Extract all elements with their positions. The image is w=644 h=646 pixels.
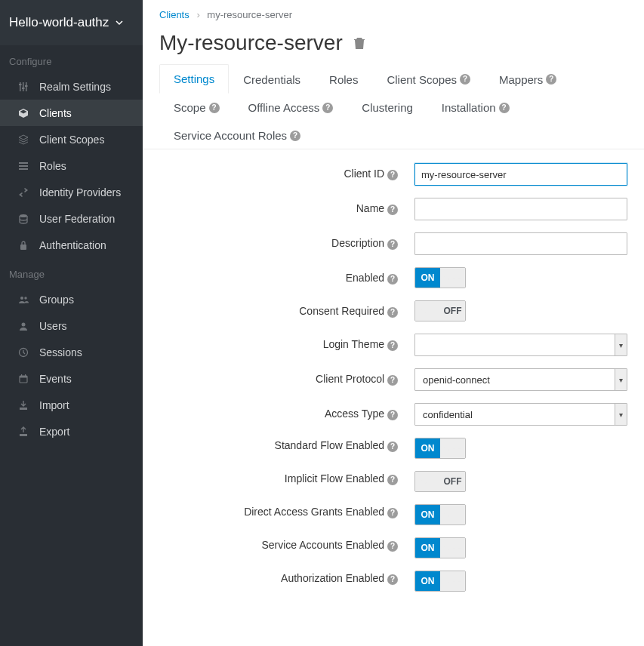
tab-label: Clustering: [362, 101, 413, 114]
svg-rect-7: [19, 165, 28, 167]
tab-settings[interactable]: Settings: [159, 64, 229, 94]
sidebar-item-client-scopes[interactable]: Client Scopes: [0, 126, 143, 152]
svg-rect-10: [20, 245, 26, 250]
svg-point-12: [24, 297, 26, 299]
help-icon[interactable]: ?: [387, 340, 398, 351]
help-icon[interactable]: ?: [387, 274, 398, 285]
tab-roles[interactable]: Roles: [315, 64, 372, 94]
svg-rect-0: [20, 82, 21, 91]
authorization-toggle[interactable]: ONOFF: [414, 571, 466, 592]
label-direct-access: Direct Access Grants Enabled ?: [143, 504, 414, 525]
trash-icon[interactable]: [353, 36, 365, 50]
tab-clustering[interactable]: Clustering: [347, 93, 427, 122]
login-theme-select[interactable]: ▾: [414, 334, 627, 356]
help-icon[interactable]: ?: [387, 508, 398, 518]
help-icon[interactable]: ?: [460, 74, 470, 85]
label-standard-flow: Standard Flow Enabled ?: [143, 438, 414, 459]
page-title: My-resource-server: [143, 23, 644, 64]
breadcrumb-current: my-resource-server: [207, 9, 292, 20]
help-icon[interactable]: ?: [209, 103, 220, 113]
sidebar-item-label: Identity Providers: [39, 186, 134, 198]
tab-service-account-roles[interactable]: Service Account Roles?: [159, 121, 315, 149]
label-implicit-flow: Implicit Flow Enabled ?: [143, 471, 414, 492]
tab-scope[interactable]: Scope?: [159, 93, 234, 122]
tab-offline-access[interactable]: Offline Access?: [234, 93, 348, 122]
section-manage-label: Manage: [0, 258, 143, 286]
label-service-accounts: Service Accounts Enabled ?: [143, 537, 414, 558]
list-icon: [18, 161, 39, 171]
tab-client-scopes[interactable]: Client Scopes?: [372, 64, 485, 94]
label-access-type: Access Type ?: [143, 403, 414, 426]
help-icon[interactable]: ?: [387, 239, 398, 250]
standard-flow-toggle[interactable]: ONOFF: [414, 438, 466, 459]
help-icon[interactable]: ?: [387, 410, 398, 420]
sidebar-item-label: Import: [39, 399, 134, 411]
group-icon: [18, 294, 39, 305]
enabled-toggle[interactable]: ONOFF: [414, 267, 466, 288]
help-icon[interactable]: ?: [322, 103, 333, 113]
help-icon[interactable]: ?: [499, 103, 510, 113]
dropdown-arrow-icon: ▾: [615, 369, 627, 390]
tab-label: Settings: [174, 72, 214, 85]
direct-access-toggle[interactable]: ONOFF: [414, 504, 466, 525]
svg-rect-18: [25, 374, 26, 377]
realm-selector[interactable]: Hello-world-authz: [0, 0, 143, 45]
sidebar-item-label: Sessions: [39, 346, 134, 358]
svg-rect-17: [21, 374, 22, 377]
svg-point-13: [22, 322, 26, 326]
help-icon[interactable]: ?: [387, 205, 398, 215]
sidebar-item-identity-providers[interactable]: Identity Providers: [0, 179, 143, 205]
description-input[interactable]: [414, 232, 627, 255]
tab-installation[interactable]: Installation?: [427, 93, 524, 122]
help-icon[interactable]: ?: [387, 541, 398, 552]
help-icon[interactable]: ?: [387, 574, 398, 585]
breadcrumb-root-link[interactable]: Clients: [159, 9, 190, 20]
sidebar-item-realm-settings[interactable]: Realm Settings: [0, 73, 143, 100]
sidebar-item-roles[interactable]: Roles: [0, 152, 143, 179]
label-client-protocol: Client Protocol ?: [143, 368, 414, 391]
help-icon[interactable]: ?: [387, 475, 398, 485]
tab-label: Client Scopes: [387, 73, 457, 86]
label-name: Name ?: [143, 198, 414, 220]
sidebar-item-groups[interactable]: Groups: [0, 286, 143, 312]
implicit-flow-toggle[interactable]: ONOFF: [414, 471, 466, 492]
tabs: SettingsCredentialsRolesClient Scopes?Ma…: [143, 64, 644, 149]
sidebar-item-user-federation[interactable]: User Federation: [0, 205, 143, 232]
tab-credentials[interactable]: Credentials: [229, 64, 315, 94]
sidebar-item-sessions[interactable]: Sessions: [0, 339, 143, 365]
tab-mappers[interactable]: Mappers?: [485, 64, 571, 94]
tab-label: Roles: [329, 73, 358, 86]
sidebar-item-import[interactable]: Import: [0, 392, 143, 418]
sidebar-item-authentication[interactable]: Authentication: [0, 232, 143, 258]
label-enabled: Enabled ?: [143, 267, 414, 288]
sidebar-item-clients[interactable]: Clients: [0, 100, 143, 126]
client-protocol-select[interactable]: openid-connect▾: [414, 368, 627, 391]
realm-name: Hello-world-authz: [9, 15, 109, 30]
import-icon: [18, 400, 39, 411]
help-icon[interactable]: ?: [290, 131, 300, 141]
name-input[interactable]: [414, 198, 627, 220]
consent-required-toggle[interactable]: ONOFF: [414, 300, 466, 321]
help-icon[interactable]: ?: [387, 375, 398, 386]
sidebar-item-events[interactable]: Events: [0, 365, 143, 392]
help-icon[interactable]: ?: [387, 307, 398, 318]
client-id-input[interactable]: [414, 163, 627, 186]
help-icon[interactable]: ?: [387, 441, 398, 452]
cube-icon: [18, 108, 39, 118]
tab-label: Installation: [442, 101, 496, 114]
sidebar-item-users[interactable]: Users: [0, 312, 143, 339]
access-type-select[interactable]: confidential▾: [414, 403, 627, 426]
help-icon[interactable]: ?: [546, 74, 556, 85]
label-description: Description ?: [143, 232, 414, 255]
help-icon[interactable]: ?: [387, 170, 398, 180]
user-icon: [18, 321, 39, 331]
svg-rect-4: [22, 88, 25, 89]
svg-rect-3: [19, 84, 22, 85]
sidebar-item-export[interactable]: Export: [0, 418, 143, 445]
label-consent-required: Consent Required ?: [143, 300, 414, 321]
sidebar-item-label: Client Scopes: [39, 134, 134, 146]
calendar-icon: [18, 374, 39, 384]
sidebar-item-label: Realm Settings: [39, 81, 134, 93]
service-accounts-toggle[interactable]: ONOFF: [414, 537, 466, 558]
svg-rect-8: [19, 168, 28, 170]
